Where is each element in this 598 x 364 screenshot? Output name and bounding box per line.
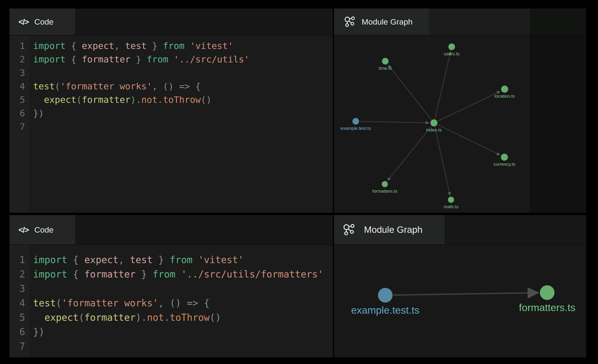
graph-node-label: index.ts — [426, 127, 441, 132]
graph-node-math.ts[interactable] — [448, 197, 454, 203]
tab-code-top[interactable]: </> Code — [9, 8, 75, 35]
code-line: 7 — [9, 339, 333, 354]
line-number: 6 — [9, 325, 29, 339]
graph-node-label: time.ts — [379, 66, 392, 71]
tab-label: Code — [34, 17, 53, 26]
code-line: 2import { formatter } from '../src/utils… — [9, 267, 333, 281]
tabbar-graph-bottom: Module Graph — [334, 215, 586, 245]
code-icon: </> — [18, 17, 29, 26]
graph-edge — [438, 125, 497, 154]
code-icon: </> — [18, 225, 29, 234]
code-content-top[interactable]: 1import { expect, test } from 'vitest'2i… — [9, 35, 333, 213]
line-number: 6 — [9, 107, 29, 120]
line-number: 3 — [9, 281, 29, 296]
tabbar-code-top: </> Code — [9, 8, 333, 35]
module-graph-canvas-bottom[interactable]: example.test.tsformatters.ts — [334, 245, 586, 357]
tab-label: Module Graph — [362, 17, 412, 26]
line-number: 3 — [9, 66, 29, 80]
graph-edge-arrow — [448, 192, 451, 196]
graph-edge — [390, 126, 431, 178]
module-graph-panel-top: Module Graph users.tstime.tslocation.tse… — [334, 8, 586, 213]
graph-node-location.ts[interactable] — [501, 86, 508, 93]
graph-edge-arrow — [426, 121, 430, 124]
graph-node-label: math.ts — [444, 204, 458, 209]
graph-node-users.ts[interactable] — [448, 43, 455, 50]
code-line: 1import { expect, test } from 'vitest' — [9, 253, 333, 267]
graph-edge — [360, 121, 426, 123]
line-number: 5 — [9, 310, 29, 325]
line-number: 7 — [9, 339, 29, 354]
tab-label: Code — [34, 225, 53, 234]
code-content-bottom[interactable]: 1import { expect, test } from 'vitest'2i… — [9, 245, 333, 357]
line-number: 4 — [9, 80, 29, 93]
graph-edge — [390, 68, 431, 120]
graph-node-label: users.ts — [444, 51, 460, 56]
graph-node-formatters.ts[interactable] — [540, 285, 555, 300]
code-line: 5 expect(formatter).not.toThrow() — [9, 93, 333, 107]
code-line: 4test('formatter works', () => { — [9, 80, 333, 93]
graph-edge — [435, 55, 450, 119]
line-number: 2 — [9, 267, 29, 281]
graph-node-time.ts[interactable] — [382, 58, 389, 65]
tab-code-bottom[interactable]: </> Code — [9, 215, 75, 244]
graph-node-label: location.ts — [494, 94, 515, 99]
graph-node-label: currency.ts — [494, 162, 515, 167]
graph-edge — [438, 93, 497, 121]
line-number: 1 — [9, 39, 29, 53]
code-line: 3 — [9, 281, 333, 296]
tab-module-graph-top[interactable]: Module Graph — [334, 8, 429, 35]
code-line: 6}) — [9, 325, 333, 339]
code-panel-bottom: </> Code 1import { expect, test } from '… — [9, 215, 333, 357]
module-graph-icon — [344, 16, 356, 28]
code-panel-top: </> Code 1import { expect, test } from '… — [9, 8, 333, 213]
line-number: 1 — [9, 253, 29, 267]
graph-node-index.ts[interactable] — [430, 119, 438, 126]
panel-right-shade — [530, 8, 586, 213]
module-graph-icon — [343, 223, 356, 236]
graph-edge — [435, 127, 449, 192]
line-number: 5 — [9, 93, 29, 107]
code-line: 5 expect(formatter).not.toThrow() — [9, 310, 333, 325]
code-line: 6}) — [9, 107, 333, 120]
code-line: 4test('formatter works', () => { — [9, 296, 333, 310]
code-line: 2import { formatter } from '../src/utils… — [9, 53, 333, 66]
graph-node-currency.ts[interactable] — [501, 154, 508, 161]
graph-edge-arrow — [528, 287, 539, 298]
module-graph-panel-bottom: Module Graph example.test.tsformatters.t… — [334, 215, 586, 357]
code-line: 7 — [9, 120, 333, 133]
graph-node-label: example.test.ts — [341, 126, 371, 131]
tab-label: Module Graph — [364, 224, 422, 235]
code-editor-top[interactable]: 1import { expect, test } from 'vitest'2i… — [9, 35, 333, 213]
graph-node-example.test.ts[interactable] — [352, 118, 359, 124]
graph-node-label: example.test.ts — [351, 305, 419, 316]
tabbar-code-bottom: </> Code — [9, 215, 333, 245]
graph-node-formatters.ts[interactable] — [382, 181, 388, 187]
graph-node-label: formatters.ts — [519, 302, 575, 313]
line-number: 2 — [9, 53, 29, 66]
code-editor-bottom[interactable]: 1import { expect, test } from 'vitest'2i… — [9, 245, 333, 357]
graph-node-label: formatters.ts — [372, 189, 397, 194]
graph-node-example.test.ts[interactable] — [378, 288, 393, 303]
code-line: 3 — [9, 66, 333, 80]
tab-module-graph-bottom[interactable]: Module Graph — [334, 215, 445, 244]
line-number: 7 — [9, 120, 29, 133]
code-line: 1import { expect, test } from 'vitest' — [9, 39, 333, 53]
line-number: 4 — [9, 296, 29, 310]
graph-edge — [393, 293, 528, 295]
